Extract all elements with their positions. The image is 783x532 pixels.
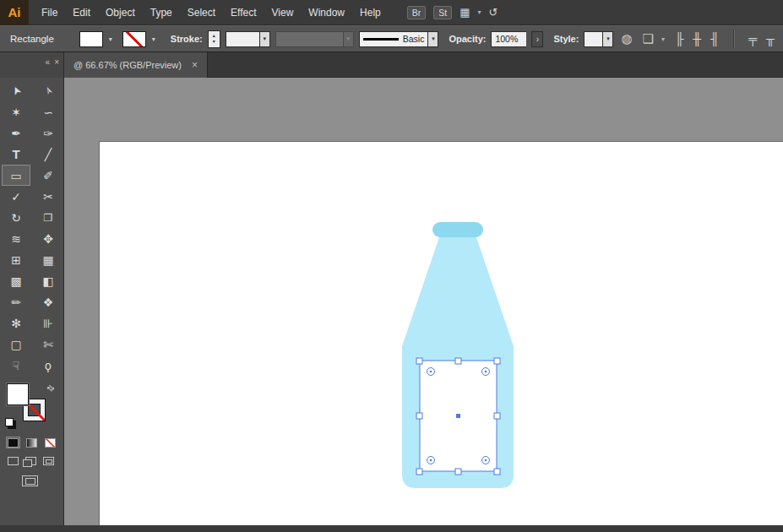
tool-perspective-grid[interactable]: ▦ <box>34 249 63 270</box>
screen-mode-icon[interactable] <box>22 475 38 486</box>
document-setup-icon[interactable]: ❏ <box>643 31 654 46</box>
menu-object[interactable]: Object <box>98 0 143 25</box>
tool-pen[interactable]: ✒ <box>2 122 30 144</box>
brush-definition-value: Basic <box>403 34 425 44</box>
stepper-up-icon[interactable]: ▴ <box>213 33 215 39</box>
tool-paintbrush[interactable]: ✐ <box>34 165 63 186</box>
workspace-chevron-icon[interactable]: ▾ <box>477 8 481 16</box>
selection-handle[interactable] <box>416 413 422 419</box>
document-setup-chevron-icon[interactable]: ▾ <box>661 35 665 43</box>
style-chevron-icon[interactable]: ▾ <box>602 31 613 47</box>
tool-column-graph[interactable]: ⊪ <box>34 312 63 334</box>
tool-selection[interactable]: ➤ <box>2 80 30 101</box>
panel-collapse-icon[interactable]: « <box>45 57 50 67</box>
tool-artboard[interactable]: ▢ <box>2 334 30 355</box>
brush-chevron-icon[interactable]: ▾ <box>427 31 438 47</box>
tool-free-transform[interactable]: ✥ <box>34 228 63 249</box>
align-center-icon[interactable]: ╫ <box>693 32 701 46</box>
panel-close-icon[interactable]: × <box>54 57 59 67</box>
menu-view[interactable]: View <box>264 0 302 25</box>
color-button[interactable] <box>6 437 20 448</box>
workspace-switcher-icon[interactable]: ▦ <box>459 6 470 19</box>
selection-handle[interactable] <box>416 358 422 364</box>
none-button[interactable] <box>43 437 57 448</box>
tool-gradient[interactable]: ◧ <box>34 270 63 291</box>
selection-handle[interactable] <box>416 469 422 475</box>
tool-symbol-sprayer[interactable]: ✻ <box>2 312 30 334</box>
globe-icon[interactable]: ◍ <box>621 31 632 46</box>
tool-rotate[interactable]: ↻ <box>2 207 30 228</box>
align-right-icon[interactable]: ╢ <box>710 32 719 46</box>
fill-chevron-icon[interactable]: ▾ <box>109 35 112 43</box>
scissors-icon: ✂ <box>43 190 53 204</box>
menu-edit[interactable]: Edit <box>65 0 98 25</box>
distribute-icon[interactable]: ╥ <box>766 32 775 46</box>
swap-fill-stroke-icon[interactable]: ⇄ <box>45 383 57 394</box>
style-dropdown[interactable]: ▾ <box>584 31 613 47</box>
tool-direct-selection[interactable]: ➢ <box>34 80 63 101</box>
tool-width[interactable]: ≋ <box>2 228 30 249</box>
tool-lasso[interactable]: ∽ <box>34 101 63 122</box>
stepper-down-icon[interactable]: ▾ <box>213 39 215 45</box>
opacity-dropdown[interactable]: 100% <box>491 31 526 47</box>
style-swatch[interactable] <box>584 31 602 47</box>
fill-color-swatch[interactable] <box>79 31 103 47</box>
menu-bar: Ai File Edit Object Type Select Effect V… <box>0 0 783 25</box>
sync-icon[interactable]: ↺ <box>488 6 498 19</box>
align-left-icon[interactable]: ╟ <box>675 32 683 46</box>
selection-handle[interactable] <box>455 469 461 475</box>
tool-rectangle[interactable]: ▭ <box>2 165 30 186</box>
canvas-area[interactable] <box>64 78 783 525</box>
draw-behind-icon[interactable] <box>25 457 36 465</box>
opacity-expand-icon[interactable]: › <box>531 31 543 47</box>
brush-definition-dropdown[interactable]: Basic ▾ <box>359 31 439 47</box>
tool-scale[interactable]: ❐ <box>34 207 63 228</box>
fill-indicator[interactable] <box>7 383 29 405</box>
stock-button[interactable]: St <box>433 6 452 19</box>
menu-help[interactable]: Help <box>352 0 389 25</box>
bridge-button[interactable]: Br <box>407 6 427 19</box>
menu-window[interactable]: Window <box>301 0 352 25</box>
tool-shape-builder[interactable]: ⊞ <box>2 249 30 270</box>
tab-close-icon[interactable]: × <box>192 59 198 71</box>
selection-handle[interactable] <box>494 469 500 475</box>
selection-handle[interactable] <box>494 358 500 364</box>
tool-mesh[interactable]: ▩ <box>2 270 30 291</box>
stroke-weight-stepper[interactable]: ▴ ▾ <box>208 30 220 48</box>
bottle-cap-shape[interactable] <box>432 222 483 237</box>
draw-normal-icon[interactable] <box>8 457 19 465</box>
tool-scissors[interactable]: ✂ <box>34 186 63 207</box>
menu-type[interactable]: Type <box>143 0 180 25</box>
menu-file[interactable]: File <box>34 0 65 25</box>
tool-shaper[interactable]: ✓ <box>2 186 30 207</box>
center-anchor[interactable] <box>456 414 460 418</box>
align-top-icon[interactable]: ╤ <box>748 32 757 46</box>
tool-blend[interactable]: ❖ <box>34 291 63 312</box>
style-label: Style: <box>553 34 579 44</box>
document-tab[interactable]: @ 66.67% (RGB/Preview) × <box>64 52 208 78</box>
stroke-color-swatch[interactable] <box>122 31 146 47</box>
width-profile-value <box>275 31 343 47</box>
draw-inside-icon[interactable] <box>43 457 54 465</box>
tool-type[interactable]: T <box>2 144 30 165</box>
tool-zoom[interactable]: ϙ <box>34 355 63 376</box>
drawing-mode-buttons <box>0 457 63 465</box>
tool-line-segment[interactable]: ╱ <box>34 144 63 165</box>
stroke-weight-chevron-icon[interactable]: ▾ <box>259 31 270 47</box>
menu-select[interactable]: Select <box>180 0 223 25</box>
tool-slice[interactable]: ✄ <box>34 334 63 355</box>
tool-curvature[interactable]: ✑ <box>34 122 63 144</box>
tool-magic-wand[interactable]: ✶ <box>2 101 30 122</box>
menu-effect[interactable]: Effect <box>223 0 264 25</box>
opacity-value[interactable]: 100% <box>491 31 526 47</box>
stroke-weight-value[interactable] <box>226 31 259 47</box>
tool-hand[interactable]: ☟ <box>2 355 30 376</box>
stroke-chevron-icon[interactable]: ▾ <box>152 35 155 43</box>
gradient-button[interactable] <box>24 437 39 448</box>
selection-handle[interactable] <box>455 358 461 364</box>
default-fill-stroke-icon[interactable] <box>5 418 14 426</box>
tool-eyedropper[interactable]: ✏ <box>2 291 30 312</box>
stroke-weight-dropdown[interactable]: ▾ <box>226 31 270 47</box>
selection-handle[interactable] <box>494 413 500 419</box>
brush-definition-box[interactable]: Basic <box>359 31 428 47</box>
